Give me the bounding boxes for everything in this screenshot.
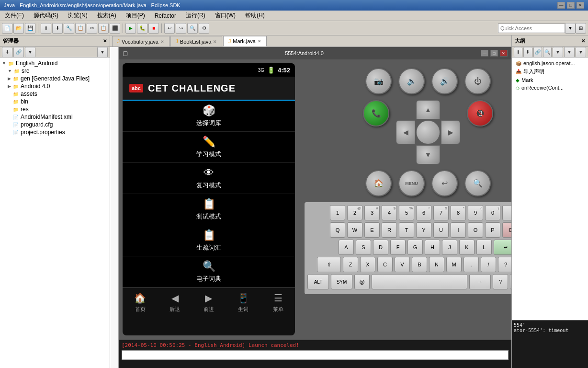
tree-link-btn[interactable]: 🔗 [13, 47, 24, 58]
outline-item-onreceive[interactable]: ◇ onReceive(Cont... [514, 84, 586, 92]
toolbar-btn-9[interactable]: ↩ [164, 23, 175, 34]
tree-item-bin[interactable]: ▶ 📁 bin [0, 98, 110, 105]
menu-source[interactable]: 源代码(S) [31, 11, 61, 21]
call-button[interactable]: 📞 [363, 100, 389, 126]
key-1[interactable]: 1 [330, 205, 345, 220]
key-slash[interactable]: / [481, 257, 496, 272]
tree-filter-btn[interactable]: ▼ [25, 47, 35, 58]
volume-down-button[interactable]: 🔈 [398, 68, 425, 94]
tree-item-project[interactable]: ▶ 📄 project.properties [0, 128, 110, 136]
key-f[interactable]: F [390, 240, 406, 255]
dpad-up[interactable]: ▲ [416, 100, 440, 119]
tab-close-vocabulary[interactable]: ✕ [160, 39, 164, 44]
key-plus[interactable]: + [502, 205, 511, 220]
key-5[interactable]: %5 [399, 205, 414, 220]
key-n[interactable]: N [429, 257, 444, 272]
key-8[interactable]: *8 [451, 205, 466, 220]
toolbar-btn-6[interactable]: ✂ [87, 23, 97, 34]
key-question[interactable]: ? [498, 257, 511, 272]
key-o[interactable]: O [468, 222, 483, 238]
quick-access-icon[interactable]: ▼ [565, 23, 576, 34]
debug-button[interactable]: 🐛 [137, 23, 147, 34]
toolbar-btn-7[interactable]: 📋 [98, 23, 109, 34]
key-arrow-right[interactable]: → [469, 274, 491, 289]
toolbar-btn-8[interactable]: ⬛ [110, 23, 120, 34]
tree-item-android[interactable]: ▶ 📁 Android 4.0 [0, 82, 110, 90]
volume-up-button[interactable]: 🔊 [431, 68, 458, 94]
menu-item-study[interactable]: ✏️ 学习模式 [123, 132, 295, 163]
camera-button[interactable]: 📷 [365, 68, 392, 94]
key-c[interactable]: C [377, 257, 393, 272]
dpad-center[interactable] [416, 120, 440, 144]
nav-back[interactable]: ◀ 后退 [170, 292, 180, 313]
emu-minimize[interactable]: — [481, 50, 488, 57]
nav-home[interactable]: 🏠 首页 [134, 292, 146, 313]
tree-item-src[interactable]: ▼ 📁 src [0, 67, 110, 75]
key-r[interactable]: R [382, 222, 397, 238]
tree-item-assets[interactable]: ▶ 📁 assets [0, 90, 110, 98]
tree-item-manifest[interactable]: ▶ 📄 AndroidManifest.xml [0, 113, 110, 121]
key-question-2[interactable]: ? [493, 274, 508, 289]
key-e[interactable]: E [364, 222, 380, 238]
toolbar-btn-4[interactable]: 🔧 [64, 23, 74, 34]
toolbar-last-btn[interactable]: ⊞ [576, 23, 586, 34]
menu-search[interactable]: 搜索(A) [94, 11, 119, 21]
end-call-button[interactable]: 📵 [467, 100, 493, 126]
outline-btn-5[interactable]: ▼ [553, 47, 563, 58]
outline-item-package[interactable]: 📦 english.jason.operat... [514, 59, 586, 67]
tree-collapse-btn[interactable]: ⬇ [2, 47, 12, 58]
dpad-left[interactable]: ◀ [396, 120, 415, 144]
key-t[interactable]: T [399, 222, 414, 238]
power-button[interactable]: ⏻ [464, 68, 491, 94]
menu-item-test[interactable]: 📋 测试模式 [123, 194, 295, 225]
key-space[interactable] [372, 274, 467, 289]
console-scrollbar[interactable] [122, 350, 509, 360]
tree-item-res[interactable]: ▶ 📁 res [0, 105, 110, 113]
key-6[interactable]: ^6 [416, 205, 431, 220]
menu-file[interactable]: 文件(E) [2, 11, 27, 21]
outline-item-import[interactable]: 📥 导入声明 [514, 67, 586, 76]
key-m[interactable]: M [446, 257, 462, 272]
key-h[interactable]: H [425, 240, 440, 255]
key-0[interactable]: )0 [485, 205, 500, 220]
outline-btn-3[interactable]: 🔗 [533, 47, 542, 58]
menu-window[interactable]: 窗口(W) [212, 11, 238, 21]
tab-booklist[interactable]: J BookList.java ✕ [170, 36, 222, 46]
key-sym[interactable]: SYM [331, 274, 352, 289]
menu-project[interactable]: 项目(P) [123, 11, 148, 21]
minimize-button[interactable]: — [557, 2, 565, 9]
outline-btn-2[interactable]: ⬇ [523, 47, 532, 58]
toolbar-btn-12[interactable]: ⚙ [199, 23, 209, 34]
nav-menu[interactable]: ☰ 菜单 [273, 292, 283, 313]
outline-btn-4[interactable]: 🔍 [543, 47, 552, 58]
dpad-right[interactable]: ▶ [441, 120, 460, 144]
key-z[interactable]: Z [343, 257, 358, 272]
left-panel-close[interactable]: ✕ [103, 38, 107, 44]
key-b[interactable]: B [412, 257, 427, 272]
key-u[interactable]: U [433, 222, 449, 238]
key-d[interactable]: D [373, 240, 388, 255]
emu-maximize[interactable]: □ [490, 50, 498, 57]
menu-browse[interactable]: 浏览(N) [65, 11, 90, 21]
tab-close-mark[interactable]: ✕ [258, 39, 261, 44]
home-hw-button[interactable]: 🏠 [365, 170, 392, 196]
nav-vocab[interactable]: 📱 生词 [237, 292, 249, 313]
key-l[interactable]: L [476, 240, 492, 255]
menu-item-review[interactable]: 👁 复习模式 [123, 163, 295, 194]
key-q[interactable]: Q [330, 222, 345, 238]
key-a[interactable]: A [339, 240, 354, 255]
nav-forward[interactable]: ▶ 前进 [204, 292, 214, 313]
right-panel-close[interactable]: ✕ [581, 38, 585, 44]
key-w[interactable]: W [347, 222, 362, 238]
menu-item-dict[interactable]: 🔍 电子词典 [123, 256, 295, 288]
editor-area[interactable] [110, 47, 119, 368]
outline-btn-7[interactable]: ▼ [576, 47, 586, 58]
tree-item-proguard[interactable]: ▶ 📄 proguard.cfg [0, 121, 110, 128]
menu-item-unfamiliar[interactable]: 📋 生疏词汇 [123, 225, 295, 256]
close-button[interactable]: ✕ [577, 2, 584, 9]
key-alt-left[interactable]: ALT [307, 274, 329, 289]
tree-item-gen[interactable]: ▶ 📁 gen [Generated Java Files] [0, 75, 110, 82]
search-hw-button[interactable]: 🔍 [464, 170, 491, 196]
tree-item-english-android[interactable]: ▼ 📁 English_Android [0, 59, 110, 67]
stop-button[interactable]: ■ [148, 23, 159, 34]
